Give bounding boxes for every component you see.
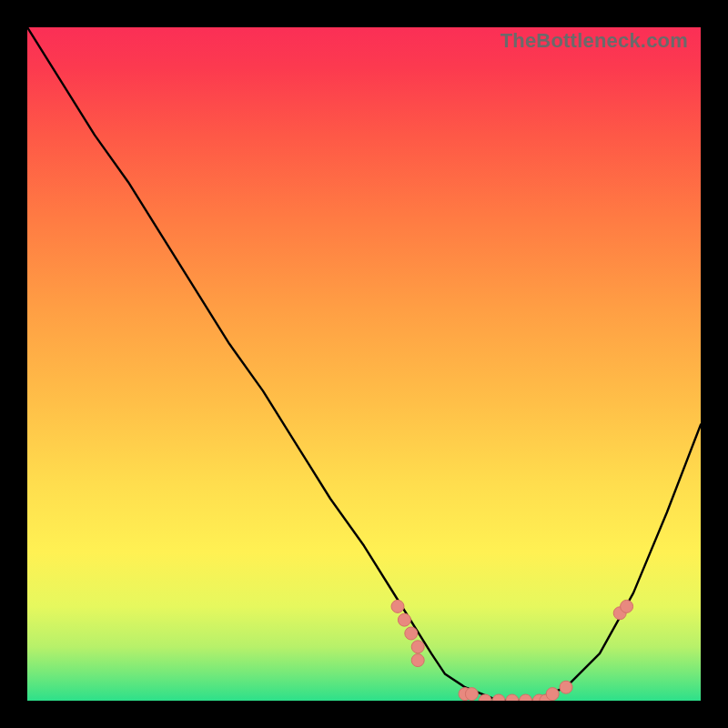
data-marker — [560, 681, 572, 693]
bottleneck-curve — [27, 27, 701, 701]
data-marker — [506, 694, 519, 701]
data-marker — [411, 654, 424, 667]
data-marker — [546, 688, 559, 701]
data-marker — [405, 627, 418, 640]
data-marker — [411, 641, 424, 653]
data-marker — [479, 694, 491, 701]
data-marker — [398, 613, 410, 626]
data-marker — [391, 600, 404, 612]
data-marker — [621, 600, 633, 612]
data-marker — [492, 694, 505, 701]
data-marker — [520, 694, 532, 701]
data-markers — [391, 600, 633, 701]
plot-area: TheBottleneck.com — [27, 27, 701, 701]
chart-container: TheBottleneck.com — [0, 0, 728, 728]
data-marker — [465, 688, 478, 701]
chart-svg — [27, 27, 701, 701]
